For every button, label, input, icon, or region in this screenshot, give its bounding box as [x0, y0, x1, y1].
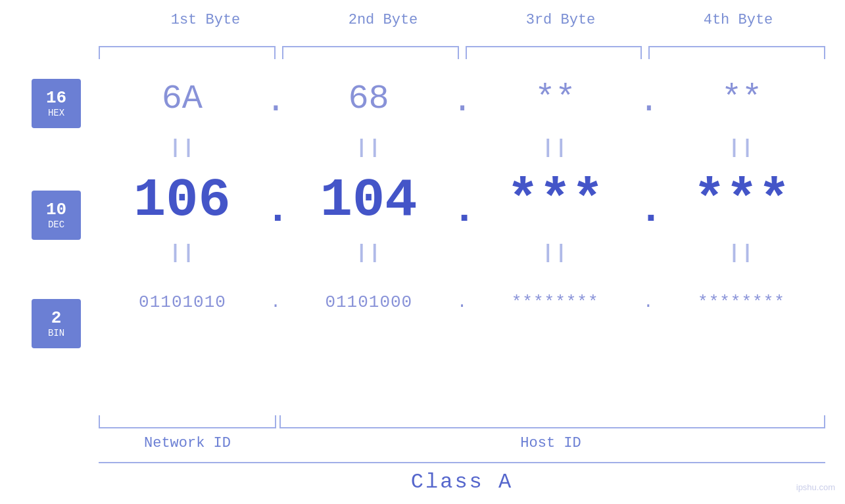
dec-value-4: *** — [658, 170, 825, 231]
byte4-header: 4th Byte — [650, 12, 827, 28]
eq1-2: || — [356, 137, 382, 159]
byte-headers: 1st Byte 2nd Byte 3rd Byte 4th Byte — [0, 0, 845, 28]
watermark: ipshu.com — [796, 482, 835, 492]
bracket-byte2 — [282, 46, 459, 59]
dec-dot-1: . — [266, 190, 285, 231]
dec-row: 106 . 104 . *** . *** — [99, 164, 825, 237]
eq2-cell2: || — [285, 242, 452, 264]
bin-value-2: 01101000 — [285, 292, 452, 312]
bracket-byte4 — [648, 46, 825, 59]
eq2-cell1: || — [99, 242, 266, 264]
bin-badge: 2 BIN — [32, 299, 81, 348]
bin-value-3: ******** — [471, 292, 639, 312]
class-section: Class A — [99, 462, 825, 494]
dec-dot-2: . — [452, 190, 472, 231]
hex-value-2: 68 — [285, 80, 452, 118]
hex-cell-2: 68 — [285, 80, 452, 118]
bin-cell-2: 01101000 — [285, 292, 452, 312]
bottom-section: Network ID Host ID — [99, 415, 825, 451]
bin-dot-1: . — [266, 294, 285, 311]
hex-dot-3: . — [639, 85, 658, 119]
bin-base-number: 2 — [51, 309, 62, 327]
eq2-3: || — [542, 242, 568, 264]
bin-cell-1: 01101010 — [99, 292, 266, 312]
bin-cell-4: ******** — [658, 292, 825, 312]
bin-dot-3: . — [639, 294, 658, 311]
eq2-1: || — [169, 242, 195, 264]
bracket-network — [99, 415, 276, 428]
bin-value-4: ******** — [658, 292, 825, 312]
eq1-cell3: || — [471, 137, 639, 159]
eq1-3: || — [542, 137, 568, 159]
byte3-header: 3rd Byte — [472, 12, 650, 28]
bottom-labels: Network ID Host ID — [99, 435, 825, 451]
hex-cell-4: ** — [658, 80, 825, 118]
eq2-cell3: || — [471, 242, 639, 264]
equals-row-2: || || || || — [99, 237, 825, 269]
bracket-byte1 — [99, 46, 276, 59]
byte1-header: 1st Byte — [117, 12, 295, 28]
dec-cell-3: *** — [472, 170, 639, 231]
hex-dot-1: . — [266, 85, 285, 119]
bin-dot-2: . — [452, 294, 471, 311]
class-line — [99, 462, 825, 463]
hex-value-1: 6A — [99, 80, 266, 118]
hex-value-4: ** — [658, 80, 825, 118]
eq2-2: || — [356, 242, 382, 264]
bracket-host — [279, 415, 825, 428]
hex-badge: 16 HEX — [32, 79, 81, 128]
eq2-cell4: || — [658, 242, 825, 264]
main-grid: 6A . 68 . ** . ** || || || || — [99, 66, 825, 335]
dec-base-number: 10 — [46, 201, 66, 218]
hex-base-number: 16 — [46, 89, 66, 106]
dec-base-label: DEC — [48, 219, 64, 230]
bin-base-label: BIN — [48, 328, 64, 338]
network-id-label: Network ID — [99, 435, 276, 451]
eq1-cell1: || — [99, 137, 266, 159]
hex-row: 6A . 68 . ** . ** — [99, 66, 825, 131]
dec-cell-4: *** — [658, 170, 825, 231]
dec-dot-3: . — [639, 190, 658, 231]
top-brackets — [99, 46, 825, 59]
host-id-label: Host ID — [276, 435, 825, 451]
dec-cell-2: 104 — [285, 170, 452, 231]
eq1-cell2: || — [285, 137, 452, 159]
hex-base-label: HEX — [48, 108, 64, 118]
dec-cell-1: 106 — [99, 170, 266, 231]
eq2-4: || — [728, 242, 754, 264]
hex-value-3: ** — [472, 80, 639, 118]
dec-badge: 10 DEC — [32, 191, 81, 240]
bin-cell-3: ******** — [471, 292, 639, 312]
dec-value-1: 106 — [99, 170, 266, 231]
hex-cell-3: ** — [472, 80, 639, 118]
bin-row: 01101010 . 01101000 . ******** . *******… — [99, 269, 825, 335]
bracket-byte3 — [466, 46, 642, 59]
bin-value-1: 01101010 — [99, 292, 266, 312]
eq1-4: || — [728, 137, 754, 159]
byte2-header: 2nd Byte — [295, 12, 472, 28]
class-label: Class A — [99, 470, 825, 494]
eq1-cell4: || — [658, 137, 825, 159]
eq1-1: || — [169, 137, 195, 159]
hex-cell-1: 6A — [99, 80, 266, 118]
dec-value-3: *** — [472, 170, 639, 231]
bottom-brackets — [99, 415, 825, 428]
dec-value-2: 104 — [285, 170, 452, 231]
equals-row-1: || || || || — [99, 131, 825, 164]
hex-dot-2: . — [452, 85, 472, 119]
